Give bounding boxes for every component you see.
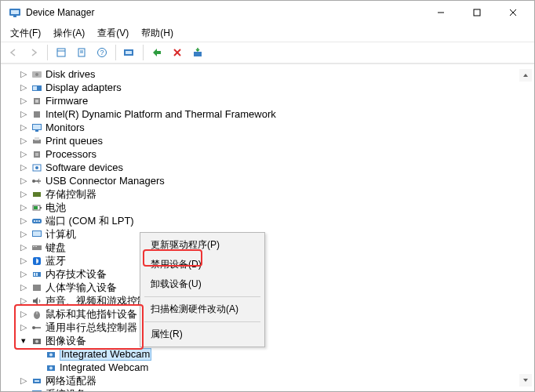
ctx-scan-hardware[interactable]: 扫描检测硬件改动(A) [143,299,262,319]
svg-rect-49 [35,246,37,247]
chevron-right-icon[interactable]: ▷ [18,294,29,307]
sound-icon [31,295,43,307]
enable-button[interactable] [147,43,166,62]
chevron-right-icon[interactable]: ▷ [18,201,29,214]
webcam-icon [45,361,57,374]
node-processors[interactable]: ▷Processors [4,147,531,161]
node-display-adapters[interactable]: ▷Display adapters [4,81,531,94]
svg-point-20 [35,73,38,76]
forward-button[interactable] [24,43,43,62]
scan-hardware-button[interactable] [120,43,139,62]
chevron-right-icon[interactable]: ▷ [18,147,29,161]
node-intel-dptf[interactable]: ▷Intel(R) Dynamic Platform and Thermal F… [4,107,531,121]
node-integrated-webcam-2[interactable]: Integrated Webcam [4,361,531,374]
ctx-disable-device[interactable]: 禁用设备(D) [143,255,262,274]
properties-button[interactable] [72,43,91,62]
node-bluetooth[interactable]: ▷蓝牙 [4,254,531,267]
close-button[interactable] [495,1,531,24]
chevron-right-icon[interactable]: ▷ [18,321,29,334]
node-computer[interactable]: ▷计算机 [4,227,531,241]
menubar: 文件(F) 操作(A) 查看(V) 帮助(H) [1,24,534,42]
ctx-update-driver[interactable]: 更新驱动程序(P) [143,235,262,255]
chevron-right-icon[interactable]: ▷ [18,374,29,387]
chevron-right-icon[interactable]: ▷ [18,227,29,241]
chevron-right-icon[interactable]: ▷ [18,134,29,147]
chevron-right-icon[interactable]: ▷ [18,254,29,267]
show-hide-button[interactable] [52,43,71,62]
disable-button[interactable] [168,43,187,62]
node-ports[interactable]: ▷端口 (COM 和 LPT) [4,214,531,227]
node-disk-drives[interactable]: ▷Disk drives [4,67,531,81]
battery-icon [31,201,43,214]
node-integrated-webcam-1[interactable]: Integrated Webcam [4,347,531,361]
chevron-right-icon[interactable]: ▷ [18,107,29,121]
node-sound[interactable]: ▷声音、视频和游戏控制 [4,294,531,307]
computer-icon [31,228,43,241]
help-button[interactable]: ? [93,43,111,62]
chevron-right-icon[interactable]: ▷ [18,281,29,294]
back-button[interactable] [4,43,23,62]
bluetooth-icon [31,255,43,267]
node-hid[interactable]: ▷人体学输入设备 [4,281,531,294]
svg-rect-28 [35,130,38,132]
chevron-right-icon[interactable]: ▷ [18,307,29,321]
ctx-uninstall-device[interactable]: 卸载设备(U) [143,274,262,294]
svg-text:?: ? [100,49,104,56]
node-software-devices[interactable]: ▷Software devices [4,161,531,174]
node-system-devices[interactable]: ▷系统设备 [4,387,531,391]
menu-view[interactable]: 查看(V) [93,25,133,42]
minimize-button[interactable] [423,1,459,24]
device-tree[interactable]: ▷Disk drives ▷Display adapters ▷Firmware… [2,67,533,391]
maximize-button[interactable] [459,1,495,24]
node-memory-tech[interactable]: ▷内存技术设备 [4,267,531,281]
menu-help[interactable]: 帮助(H) [136,25,178,42]
chip-icon [31,95,43,107]
vertical-scrollbar[interactable] [519,69,532,387]
node-usb-controllers[interactable]: ▷通用串行总线控制器 [4,321,531,334]
scroll-up-icon[interactable] [519,69,532,82]
node-imaging-devices[interactable]: ▾图像设备 [4,334,531,347]
node-storage-controllers[interactable]: ▷存储控制器 [4,187,531,201]
svg-rect-39 [40,207,42,209]
menu-action[interactable]: 操作(A) [49,25,89,42]
chevron-right-icon[interactable]: ▷ [18,387,29,391]
chevron-right-icon[interactable]: ▷ [18,214,29,227]
uninstall-button[interactable] [188,43,207,62]
svg-rect-68 [33,391,41,392]
svg-rect-30 [35,137,39,140]
node-print-queues[interactable]: ▷Print queues [4,134,531,147]
chevron-right-icon[interactable]: ▷ [18,94,29,107]
cpu-icon [31,148,43,161]
svg-point-64 [49,366,53,369]
node-firmware[interactable]: ▷Firmware [4,94,531,107]
webcam-icon [45,348,57,361]
chevron-right-icon[interactable]: ▷ [18,161,29,174]
node-usb-connectors[interactable]: ▷USB Connector Managers [4,174,531,187]
node-battery[interactable]: ▷电池 [4,201,531,214]
chevron-right-icon[interactable]: ▷ [18,187,29,201]
chevron-right-icon[interactable]: ▷ [18,81,29,94]
svg-rect-37 [33,192,41,197]
node-mouse[interactable]: ▷鼠标和其他指针设备 [4,307,531,321]
svg-rect-52 [34,273,35,276]
svg-rect-18 [194,52,202,56]
node-monitors[interactable]: ▷Monitors [4,121,531,134]
chevron-right-icon[interactable]: ▷ [18,67,29,81]
scroll-down-icon[interactable] [519,374,532,387]
node-keyboard[interactable]: ▷键盘 [4,241,531,254]
chip-icon [31,108,43,121]
chevron-right-icon[interactable]: ▷ [18,267,29,281]
keyboard-icon [31,241,43,254]
chevron-right-icon[interactable]: ▷ [18,121,29,134]
ctx-properties[interactable]: 属性(R) [143,325,262,344]
chevron-down-icon[interactable]: ▾ [18,334,29,347]
chevron-right-icon[interactable]: ▷ [18,241,29,254]
tree-pane: ▷Disk drives ▷Display adapters ▷Firmware… [1,64,534,391]
toolbar: ? [1,42,534,64]
svg-rect-24 [35,100,38,103]
svg-rect-1 [11,10,19,14]
software-icon [31,162,43,174]
menu-file[interactable]: 文件(F) [5,25,45,42]
chevron-right-icon[interactable]: ▷ [18,174,29,187]
node-network-adapters[interactable]: ▷网络适配器 [4,374,531,387]
